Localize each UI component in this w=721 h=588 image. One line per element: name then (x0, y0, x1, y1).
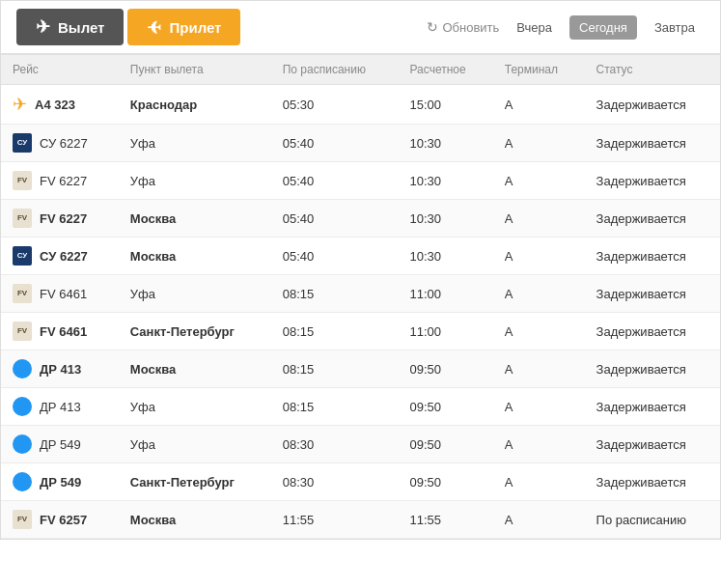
table-row: FV FV 6461 Санкт-Петербург 08:15 11:00 A… (1, 313, 720, 350)
airline-icon: ✈ (13, 94, 27, 115)
terminal-cell: A (493, 501, 585, 539)
status-cell: Задерживается (585, 313, 720, 350)
scheduled-cell: 08:15 (271, 275, 399, 313)
arrival-icon: ✈ (147, 16, 161, 38)
flights-table: Рейс Пункт вылета По расписанию Расчетно… (1, 54, 720, 539)
flight-cell: FV FV 6461 (1, 313, 119, 350)
flight-code: ДР 413 (40, 362, 81, 377)
airline-icon: FV (13, 209, 32, 228)
table-row: FV FV 6227 Уфа 05:40 10:30 A Задерживает… (1, 162, 720, 200)
col-origin: Пункт вылета (119, 55, 271, 85)
flight-cell: ДР 549 (1, 426, 119, 463)
airline-icon (13, 359, 32, 378)
estimated-cell: 15:00 (399, 85, 493, 125)
estimated-cell: 10:30 (399, 200, 493, 238)
refresh-label: Обновить (442, 20, 499, 35)
terminal-cell: A (493, 238, 585, 275)
status-cell: Задерживается (585, 238, 720, 275)
estimated-cell: 09:50 (399, 388, 493, 426)
tab-arrival-label: Прилет (169, 19, 221, 36)
scheduled-cell: 11:55 (271, 501, 399, 539)
estimated-cell: 09:50 (399, 426, 493, 463)
table-row: ✈ А4 323 Краснодар 05:30 15:00 A Задержи… (1, 85, 720, 125)
today-label: Сегодня (579, 20, 627, 35)
estimated-cell: 09:50 (399, 350, 493, 388)
scheduled-cell: 05:40 (271, 162, 399, 200)
header-controls: ↻ Обновить Вчера Сегодня Завтра (427, 15, 705, 40)
flight-code: FV 6461 (40, 287, 87, 301)
yesterday-button[interactable]: Вчера (507, 15, 562, 40)
scheduled-cell: 08:15 (271, 388, 399, 426)
origin-cell: Москва (119, 350, 271, 388)
status-cell: Задерживается (585, 85, 720, 125)
flight-code: А4 323 (35, 98, 75, 112)
flight-cell: ДР 549 (1, 463, 119, 501)
table-row: ДР 549 Санкт-Петербург 08:30 09:50 A Зад… (1, 463, 720, 501)
flight-code: FV 6461 (40, 324, 87, 339)
tab-departure[interactable]: ✈ Вылет (16, 9, 124, 45)
flight-code: СУ 6227 (40, 249, 88, 264)
origin-cell: Уфа (119, 426, 271, 463)
origin-cell: Уфа (119, 388, 271, 426)
estimated-cell: 11:00 (399, 313, 493, 350)
status-cell: Задерживается (585, 388, 720, 426)
airline-icon (13, 472, 32, 491)
flight-cell: СУ СУ 6227 (1, 238, 119, 275)
header: ✈ Вылет ✈ Прилет ↻ Обновить Вчера Сегодн… (1, 1, 720, 54)
terminal-cell: A (493, 313, 585, 350)
origin-cell: Москва (119, 200, 271, 238)
col-estimated: Расчетное (399, 55, 493, 85)
airline-icon: СУ (13, 133, 32, 153)
terminal-cell: A (493, 125, 585, 162)
status-cell: Задерживается (585, 350, 720, 388)
origin-cell: Уфа (119, 275, 271, 313)
airline-icon: FV (13, 322, 32, 341)
tomorrow-button[interactable]: Завтра (645, 15, 705, 40)
estimated-cell: 10:30 (399, 125, 493, 162)
scheduled-cell: 08:30 (271, 463, 399, 501)
table-row: ДР 413 Уфа 08:15 09:50 A Задерживается (1, 388, 720, 426)
airline-icon (13, 397, 32, 416)
scheduled-cell: 05:30 (271, 85, 399, 125)
tab-arrival[interactable]: ✈ Прилет (127, 9, 240, 45)
tomorrow-label: Завтра (654, 20, 695, 35)
airline-icon: FV (13, 171, 32, 190)
estimated-cell: 10:30 (399, 162, 493, 200)
origin-cell: Санкт-Петербург (119, 463, 271, 501)
airline-icon: СУ (13, 246, 32, 266)
refresh-button[interactable]: ↻ Обновить (427, 19, 499, 35)
estimated-cell: 10:30 (399, 238, 493, 275)
flight-cell: FV FV 6227 (1, 162, 119, 200)
scheduled-cell: 05:40 (271, 200, 399, 238)
flight-cell: FV FV 6257 (1, 501, 119, 539)
col-status: Статус (585, 55, 720, 85)
scheduled-cell: 08:30 (271, 426, 399, 463)
table-row: FV FV 6257 Москва 11:55 11:55 A По распи… (1, 501, 720, 539)
flight-code: FV 6227 (40, 211, 87, 226)
terminal-cell: A (493, 85, 585, 125)
origin-cell: Санкт-Петербург (119, 313, 271, 350)
status-cell: Задерживается (585, 162, 720, 200)
col-flight: Рейс (1, 55, 119, 85)
departure-icon: ✈ (36, 16, 50, 38)
flight-code: ДР 549 (40, 475, 81, 490)
table-row: СУ СУ 6227 Москва 05:40 10:30 A Задержив… (1, 238, 720, 275)
terminal-cell: A (493, 162, 585, 200)
yesterday-label: Вчера (516, 20, 552, 35)
col-scheduled: По расписанию (271, 55, 399, 85)
table-row: ДР 549 Уфа 08:30 09:50 A Задерживается (1, 426, 720, 463)
flight-cell: FV FV 6227 (1, 200, 119, 238)
terminal-cell: A (493, 275, 585, 313)
flight-code: ДР 413 (40, 400, 81, 414)
flight-code: СУ 6227 (40, 136, 88, 151)
flight-code: FV 6227 (40, 174, 87, 188)
table-row: ДР 413 Москва 08:15 09:50 A Задерживаетс… (1, 350, 720, 388)
airline-icon (13, 434, 32, 454)
table-row: СУ СУ 6227 Уфа 05:40 10:30 A Задерживает… (1, 125, 720, 162)
terminal-cell: A (493, 426, 585, 463)
estimated-cell: 09:50 (399, 463, 493, 501)
scheduled-cell: 08:15 (271, 350, 399, 388)
today-button[interactable]: Сегодня (569, 15, 637, 40)
flight-cell: ДР 413 (1, 350, 119, 388)
airline-icon: FV (13, 284, 32, 303)
